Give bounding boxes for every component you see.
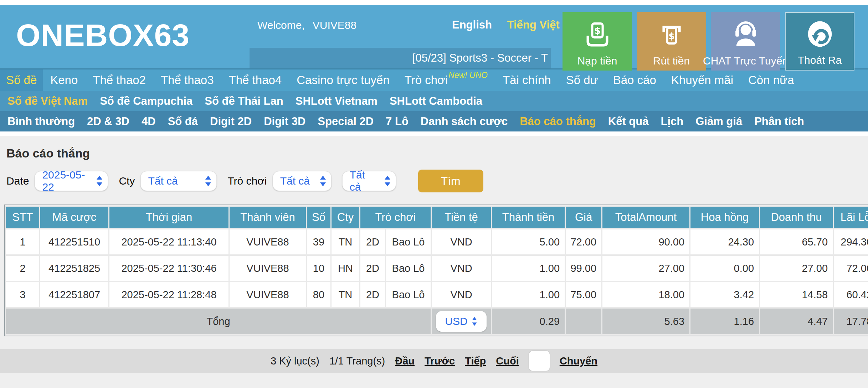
select-stepper-icon [204, 175, 212, 187]
col-ma-cuoc: Mã cược [40, 207, 108, 228]
col-tien-te: Tiền tệ [432, 207, 491, 228]
primary-nav: Số đề Keno Thể thao2 Thể thao3 Thể thao4… [0, 68, 868, 91]
deposit-button[interactable]: $ Nạp tiền [563, 12, 632, 71]
deposit-icon: $ [584, 19, 611, 53]
col-gia: Giá [566, 207, 601, 228]
nav-item-so-du[interactable]: Số dư [559, 69, 606, 91]
game-select[interactable]: Tất cả [273, 171, 332, 191]
welcome-label: Welcome, [257, 19, 305, 31]
col-total-amount: TotalAmount [602, 207, 689, 228]
date-label: Date [6, 175, 29, 187]
table-row: 3 412251807 2025-05-22 11:28:48 VUIVE88 … [6, 282, 868, 307]
nav-item-so-de[interactable]: Số đề [0, 69, 43, 91]
nav-item-so-da[interactable]: Số đá [162, 111, 204, 131]
total-gia [566, 309, 601, 334]
nav-item-2d-3d[interactable]: 2D & 3D [81, 111, 135, 131]
nav-item-4d[interactable]: 4D [135, 111, 162, 131]
table-header-row: STT Mã cược Thời gian Thành viên Số Cty … [6, 207, 868, 228]
page-count: 1/1 Trang(s) [329, 355, 385, 367]
prev-page-link[interactable]: Trước [425, 355, 455, 367]
game-label: Trò chơi [227, 175, 267, 187]
game-subtype-select[interactable]: Tất cả [342, 171, 396, 191]
first-page-link[interactable]: Đầu [395, 355, 415, 367]
total-currency-cell: USD [432, 309, 491, 334]
nav-item-danh-sach-cuoc[interactable]: Danh sách cược [415, 111, 514, 131]
main-content: Báo cáo thắng Date 2025-05-22 Cty Tất cả… [0, 136, 868, 388]
table-row: 1 412251510 2025-05-22 11:13:40 VUIVE88 … [6, 229, 868, 254]
nav-item-shlott-vietnam[interactable]: SHLott Vietnam [289, 91, 384, 111]
table-row: 2 412251825 2025-05-22 11:30:46 VUIVE88 … [6, 256, 868, 281]
nav-item-digit-3d[interactable]: Digit 3D [258, 111, 312, 131]
nav-item-khuyen-mai[interactable]: Khuyến mãi [664, 69, 741, 91]
nav-item-so-de-campuchia[interactable]: Số đề Campuchia [94, 91, 199, 111]
nav-item-tro-choi[interactable]: Trò chơiNew! UNO [397, 69, 495, 91]
nav-item-phan-tich[interactable]: Phân tích [748, 111, 810, 131]
nav-item-bao-cao[interactable]: Báo cáo [606, 69, 664, 91]
search-button[interactable]: Tìm [418, 170, 483, 192]
last-page-link[interactable]: Cuối [496, 355, 519, 367]
nav-item-lich[interactable]: Lịch [654, 111, 689, 131]
svg-text:$: $ [668, 31, 674, 41]
logout-button[interactable]: Thoát Ra [785, 12, 854, 71]
nav-item-7-lo[interactable]: 7 Lô [380, 111, 415, 131]
total-doanh-thu: 4.47 [760, 309, 833, 334]
nav-item-the-thao3[interactable]: Thể thao3 [153, 69, 221, 91]
new-uno-badge: New! UNO [448, 71, 488, 80]
record-count: 3 Kỷ lục(s) [271, 355, 319, 367]
username: VUIVE88 [313, 19, 356, 31]
nav-item-con-nua[interactable]: Còn nữa [741, 69, 802, 91]
divider [0, 131, 868, 136]
chat-button[interactable]: CHAT Trực Tuyến [711, 12, 780, 71]
col-thanh-tien: Thành tiền [492, 207, 565, 228]
total-amount: 5.63 [602, 309, 689, 334]
select-stepper-icon [384, 175, 391, 187]
go-page-link[interactable]: Chuyển [560, 355, 597, 367]
nav-item-casino[interactable]: Casino trực tuyến [289, 69, 397, 91]
game-type-nav: Bình thường 2D & 3D 4D Số đá Digit 2D Di… [0, 111, 868, 131]
nav-item-binh-thuong[interactable]: Bình thường [1, 111, 81, 131]
nav-item-bao-cao-thang[interactable]: Báo cáo thắng [514, 111, 602, 131]
nav-item-shlott-cambodia[interactable]: SHLott Cambodia [384, 91, 488, 111]
nav-item-so-de-viet-nam[interactable]: Số đề Việt Nam [1, 91, 94, 111]
pagination-bar: 3 Kỷ lục(s) 1/1 Trang(s) Đầu Trước Tiếp … [0, 349, 868, 373]
col-lai-lo: Lãi Lỗ [834, 207, 868, 228]
withdraw-icon: $ [658, 19, 685, 53]
logout-label: Thoát Ra [798, 54, 842, 66]
welcome-text: Welcome,VUIVE88 [257, 19, 356, 31]
nav-item-the-thao2[interactable]: Thể thao2 [85, 69, 153, 91]
nav-item-keno[interactable]: Keno [43, 69, 85, 91]
select-stepper-icon [471, 316, 478, 327]
page-input[interactable] [529, 351, 550, 371]
total-row: Tổng USD 0.29 5.63 1.16 4.47 17.78 [6, 309, 868, 334]
lang-english-link[interactable]: English [452, 19, 492, 31]
nav-item-special-2d[interactable]: Special 2D [312, 111, 380, 131]
col-doanh-thu: Doanh thu [760, 207, 833, 228]
logo: ONEBOX63 [16, 17, 190, 53]
select-stepper-icon [319, 175, 327, 187]
col-stt: STT [6, 207, 39, 228]
nav-item-digit-2d[interactable]: Digit 2D [204, 111, 258, 131]
page-title: Báo cáo thắng [0, 136, 868, 160]
nav-item-ket-qua[interactable]: Kết quả [602, 111, 655, 131]
nav-item-so-de-thai-lan[interactable]: Số đề Thái Lan [199, 91, 289, 111]
nav-item-the-thao4[interactable]: Thể thao4 [221, 69, 289, 91]
filter-bar: Date 2025-05-22 Cty Tất cả Trò chơi Tất … [6, 170, 868, 192]
date-select[interactable]: 2025-05-22 [35, 171, 108, 191]
col-hoa-hong: Hoa hồng [690, 207, 759, 228]
total-lai-lo: 17.78 [834, 309, 868, 334]
announcement-marquee: [05/23] Sports3 - Soccer - T [250, 48, 551, 68]
top-strip [0, 0, 868, 5]
nav-item-giam-gia[interactable]: Giảm giá [689, 111, 748, 131]
language-switcher: English Tiếng Việt [452, 19, 560, 31]
headset-icon [731, 19, 761, 53]
currency-select[interactable]: USD [436, 311, 487, 332]
header-buttons: $ Nạp tiền $ Rút tiền [563, 12, 854, 71]
total-thanh-tien: 0.29 [492, 309, 565, 334]
next-page-link[interactable]: Tiếp [465, 355, 486, 367]
lang-vietnamese-link[interactable]: Tiếng Việt [507, 19, 560, 31]
col-thoi-gian: Thời gian [109, 207, 228, 228]
logout-icon [805, 18, 834, 52]
cty-select[interactable]: Tất cả [140, 171, 217, 191]
withdraw-button[interactable]: $ Rút tiền [637, 12, 706, 71]
nav-item-tai-chinh[interactable]: Tài chính [495, 69, 559, 91]
